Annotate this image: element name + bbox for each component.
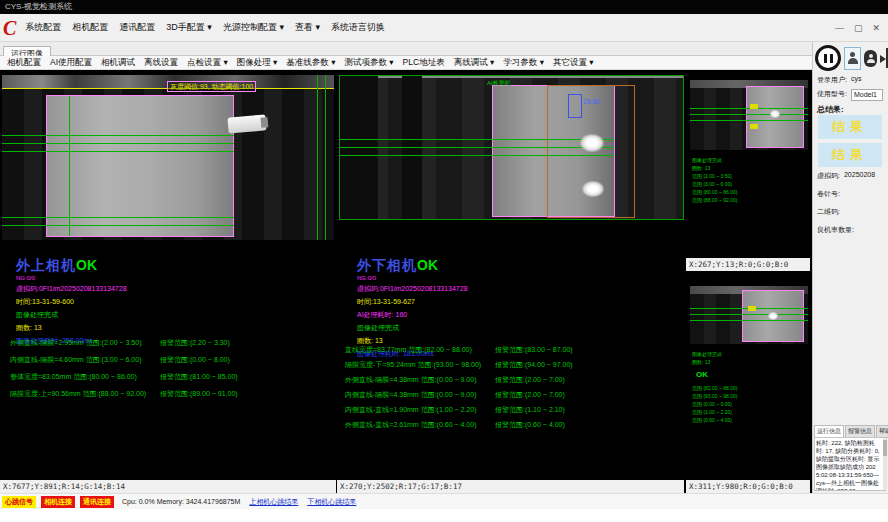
measure-line xyxy=(340,139,614,140)
toolbar-item[interactable]: PLC地址表 xyxy=(403,57,445,69)
model-select[interactable]: Model1 xyxy=(851,89,883,101)
toolbar-item[interactable]: 学习参数 ▾ xyxy=(503,57,544,69)
preview-text-bottom-b: 范围:(82.00 ~ 88.00)范围:(93.00 ~ 98.00)范围:(… xyxy=(692,384,737,424)
measure-line xyxy=(2,217,234,218)
ai-roi-label: AI检测框 xyxy=(487,79,511,88)
preview-line: 范围:(80.00 ~ 86.00) xyxy=(692,188,737,196)
preview-line: 范围:(1.00 ~ 2.20) xyxy=(692,408,737,416)
measurement-value: 外侧直线-直线=2.61mm 范围:(0.60 ~ 4.00) xyxy=(345,420,495,430)
maximize-button[interactable]: ▢ xyxy=(854,23,863,33)
lower-camera-heartbeat-link[interactable]: 下相机心跳结果 xyxy=(307,497,356,507)
user-lock-icon xyxy=(869,54,873,58)
qrcode-label: 二维码: xyxy=(817,207,840,217)
toolbar-item[interactable]: 相机配置 xyxy=(7,57,41,69)
overlay-lower-outer: 外下相机OK NG:0/0 虚拟码:0FI1im2025020813313472… xyxy=(357,256,468,359)
window-title: CYS-视觉检测系统 xyxy=(5,2,72,11)
toolbar-item[interactable]: 相机调试 xyxy=(101,57,135,69)
camera-image-preview-bottom[interactable] xyxy=(690,286,808,344)
measurement-row: 内侧直线-直线=1.90mm 范围:(1.00 ~ 2.20) 报警范围:(1.… xyxy=(345,405,681,415)
measurement-row: 外侧直线-隔膜=4.38mm 范围:(0.00 ~ 9.00) 报警范围:(2.… xyxy=(345,375,681,385)
measure-vline xyxy=(325,75,326,240)
reflection-blob xyxy=(582,181,604,197)
needle-row: 卷针号: xyxy=(817,189,840,199)
menu-item[interactable]: 系统语言切换 xyxy=(331,21,385,34)
menu-item[interactable]: 3D手配置 ▾ xyxy=(166,21,212,34)
heartbeat-badge: 心跳信号 xyxy=(2,496,36,508)
measure-line xyxy=(690,314,808,315)
measurements-lower-outer: 直线宽度=83.77mm 范围:(82.00 ~ 88.00) 报警范围:(83… xyxy=(345,345,681,435)
ai-elapsed: AI处理耗时: 160 xyxy=(357,310,468,320)
preview-line: 圈数: 13 xyxy=(692,164,737,172)
close-button[interactable]: ✕ xyxy=(872,23,880,33)
virtual-code: 虚拟码:0FI1im20250208133134728 xyxy=(357,284,468,294)
user-icon xyxy=(850,52,855,57)
camera-image-preview-top[interactable] xyxy=(690,80,808,150)
bottom-spacer xyxy=(0,509,888,522)
toolbar-item[interactable]: 离线设置 xyxy=(144,57,178,69)
minimize-button[interactable]: — xyxy=(835,23,844,33)
pixel-readout-preview-bottom: X:311;Y:980;R:0;G:0;B:0 xyxy=(686,480,810,493)
alarm-range: 报警范围:(2.20 ~ 3.30) xyxy=(160,338,230,348)
camera-image-lower-outer[interactable]: 26.80 AI检测框 xyxy=(339,75,684,220)
measurement-row: 隔膜宽度-上=90.56mm 范围:(88.00 ~ 92.00) 报警范围:(… xyxy=(10,389,332,399)
turn-count: 圈数: 13 xyxy=(16,323,127,333)
run-log[interactable]: 耗时: 222, 缺陷检测耗时: 17, 缺陷分类耗时: 0, 缺陷提取分区耗时… xyxy=(814,437,886,491)
measurement-row: 内侧直线-隔膜=4.38mm 范围:(0.00 ~ 9.00) 报警范围:(2.… xyxy=(345,390,681,400)
qrcode-row: 二维码: xyxy=(817,207,840,217)
user-lock-icon xyxy=(867,59,875,63)
toolbar-item[interactable]: 测试项参数 ▾ xyxy=(344,57,393,69)
app-logo-icon: C xyxy=(3,15,16,41)
pause-button[interactable] xyxy=(815,45,841,71)
camera-link-badge: 相机连接 xyxy=(41,496,75,508)
menu-item[interactable]: 查看 ▾ xyxy=(295,21,320,34)
preview-text-top: 图像处理完成圈数: 13范围:(2.00 ~ 3.50)范围:(3.00 ~ 6… xyxy=(692,156,737,204)
toolbar-item[interactable]: 其它设置 ▾ xyxy=(553,57,594,69)
toolbar-item[interactable]: 离线调试 ▾ xyxy=(454,57,495,69)
label-mark xyxy=(748,306,756,311)
log-scrollbar[interactable] xyxy=(883,438,887,490)
toolbar: 相机配置AI使用配置相机调试离线设置点检设置 ▾图像处理 ▾基准线参数 ▾测试项… xyxy=(0,56,812,70)
user-button[interactable] xyxy=(844,47,861,70)
measurement-row: 整体宽度=83.05mm 范围:(80.00 ~ 86.00) 报警范围:(81… xyxy=(10,372,332,382)
exit-button[interactable] xyxy=(880,48,888,68)
measurement-value: 整体宽度=83.05mm 范围:(80.00 ~ 86.00) xyxy=(10,372,160,382)
measure-line xyxy=(2,135,234,136)
menu-item[interactable]: 相机配置 xyxy=(72,21,108,34)
virtual-code-value: 20250208 xyxy=(844,171,875,181)
measurement-value: 隔膜宽度-上=90.56mm 范围:(88.00 ~ 92.00) xyxy=(10,389,160,399)
cpu-memory-readout: Cpu: 0.0% Memory: 3424.41796875M xyxy=(122,498,240,505)
control-panel: 登录用户: cys 使用型号: Model1 总结果: 结果结果 虚拟码: 20… xyxy=(812,42,888,493)
toolbar-item[interactable]: 图像处理 ▾ xyxy=(237,57,278,69)
preview-line: 范围:(3.00 ~ 6.00) xyxy=(692,180,737,188)
measurement-value: 隔膜宽度-下=95.24mm 范围:(93.00 ~ 98.00) xyxy=(345,360,495,370)
menu-item[interactable]: 系统配置 xyxy=(25,21,61,34)
preview-line: 范围:(0.60 ~ 4.00) xyxy=(692,416,737,424)
camera-title: 外下相机 xyxy=(357,257,417,273)
edge-line xyxy=(69,96,70,236)
user-icon xyxy=(848,58,858,64)
machine-band xyxy=(340,76,683,78)
preview-line: 圈数: 13 xyxy=(692,358,722,366)
preview-line: 图像处理完成 xyxy=(692,156,737,164)
login-label: 登录用户: xyxy=(817,75,847,85)
threshold-annotation: 灰度阈值:93, 动态阈值:100 xyxy=(167,81,256,92)
toolbar-item[interactable]: 基准线参数 ▾ xyxy=(286,57,335,69)
log-scrollbar-thumb[interactable] xyxy=(883,440,887,456)
upper-camera-heartbeat-link[interactable]: 上相机心跳结果 xyxy=(249,497,298,507)
camera-image-upper-outer[interactable]: 灰度阈值:93, 动态阈值:100 xyxy=(2,75,334,240)
comm-link-badge: 通讯连接 xyxy=(80,496,114,508)
measurement-row: 直线宽度=83.77mm 范围:(82.00 ~ 88.00) 报警范围:(83… xyxy=(345,345,681,355)
menu-item[interactable]: 通讯配置 xyxy=(119,21,155,34)
toolbar-item[interactable]: AI使用配置 xyxy=(50,57,92,69)
panel-buttons xyxy=(815,45,888,71)
label-mark xyxy=(750,124,758,129)
capture-time: 时间:13-31-59-600 xyxy=(16,297,127,307)
preview-line: 范围:(2.00 ~ 3.50) xyxy=(692,172,737,180)
menu-item[interactable]: 光源控制配置 ▾ xyxy=(223,21,284,34)
toolbar-item[interactable]: 点检设置 ▾ xyxy=(187,57,228,69)
defect-box xyxy=(568,94,582,118)
user-lock-button[interactable] xyxy=(864,50,877,67)
yield-row: 良机率数量: xyxy=(817,225,854,235)
app-window: CYS-视觉检测系统 C 系统配置相机配置通讯配置3D手配置 ▾光源控制配置 ▾… xyxy=(0,0,888,522)
menu: 系统配置相机配置通讯配置3D手配置 ▾光源控制配置 ▾查看 ▾系统语言切换 xyxy=(25,21,385,34)
